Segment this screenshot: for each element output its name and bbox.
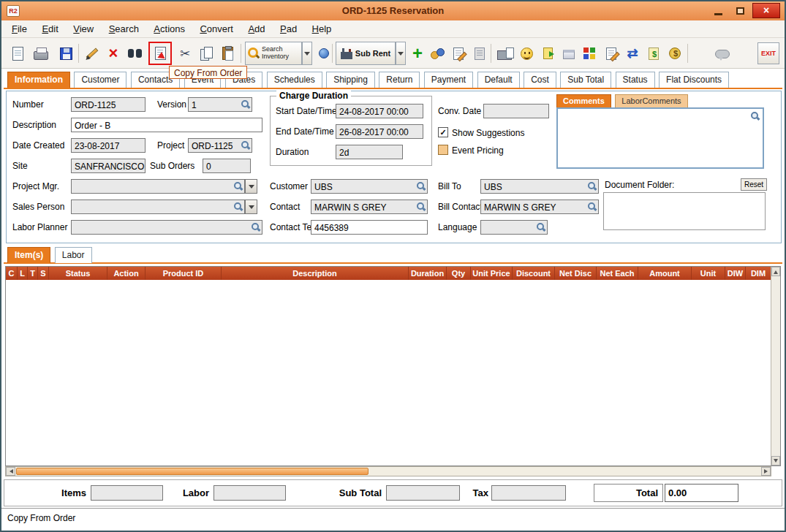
tab-payment[interactable]: Payment bbox=[424, 72, 473, 88]
menu-edit[interactable]: Edit bbox=[36, 20, 64, 34]
bill-contact-field[interactable]: MARWIN S GREY bbox=[480, 200, 599, 214]
show-suggestions-checkbox[interactable]: ✓ bbox=[438, 127, 448, 137]
maximize-button[interactable] bbox=[732, 4, 748, 18]
language-field[interactable] bbox=[480, 220, 548, 235]
tab-return[interactable]: Return bbox=[379, 72, 420, 88]
close-button[interactable]: × bbox=[752, 3, 780, 18]
end-datetime-field[interactable]: 26-08-2017 00:00 bbox=[336, 124, 423, 139]
edit-button[interactable] bbox=[82, 43, 102, 64]
tab-shipping[interactable]: Shipping bbox=[326, 72, 375, 88]
copy-button[interactable] bbox=[196, 43, 216, 64]
add-button[interactable] bbox=[407, 43, 428, 64]
comments-textarea[interactable] bbox=[556, 107, 764, 169]
contact-field[interactable]: MARWIN S GREY bbox=[311, 200, 428, 214]
edit-order-button[interactable] bbox=[601, 43, 621, 64]
items-table-body[interactable] bbox=[6, 280, 771, 466]
tab-default[interactable]: Default bbox=[477, 72, 520, 88]
sales-person-dropdown[interactable] bbox=[245, 200, 257, 214]
sub-total-field[interactable] bbox=[386, 485, 460, 501]
money-button[interactable] bbox=[665, 43, 685, 64]
conv-date-field[interactable] bbox=[483, 104, 549, 118]
menu-help[interactable]: Help bbox=[306, 20, 338, 34]
notes-pad-button[interactable] bbox=[469, 43, 490, 64]
delete-button[interactable] bbox=[103, 43, 124, 64]
horizontal-scrollbar[interactable] bbox=[5, 466, 771, 476]
menu-search[interactable]: Search bbox=[103, 20, 145, 34]
menu-add[interactable]: Add bbox=[242, 20, 271, 34]
contact-tel-field[interactable]: 4456389 bbox=[311, 220, 428, 235]
customer-lookup-icon[interactable] bbox=[416, 181, 426, 191]
tab-information[interactable]: Information bbox=[7, 72, 70, 88]
version-field[interactable]: 1 bbox=[188, 97, 252, 112]
event-pricing-checkbox[interactable] bbox=[438, 145, 448, 155]
find-button[interactable] bbox=[124, 43, 145, 64]
project-field[interactable]: ORD-1125 bbox=[188, 138, 252, 153]
scroll-up-button[interactable] bbox=[771, 267, 780, 276]
labor-total-field[interactable] bbox=[213, 485, 286, 501]
description-field[interactable]: Order - B bbox=[71, 118, 262, 132]
menu-file[interactable]: File bbox=[6, 20, 33, 34]
cubes-button[interactable] bbox=[579, 43, 600, 64]
project-mgr-field[interactable] bbox=[71, 179, 245, 194]
tab-flat-discounts[interactable]: Flat Discounts bbox=[659, 72, 729, 88]
minimize-button[interactable] bbox=[710, 4, 726, 18]
sub-orders-field[interactable]: 0 bbox=[203, 159, 251, 173]
customers-button[interactable] bbox=[427, 43, 447, 64]
scroll-down-button[interactable] bbox=[771, 456, 780, 466]
package-button[interactable] bbox=[559, 43, 579, 64]
comment-button[interactable] bbox=[712, 43, 733, 64]
print-preview-button[interactable] bbox=[494, 43, 515, 64]
exit-button[interactable]: EXIT bbox=[757, 42, 779, 64]
duration-field[interactable]: 2d bbox=[336, 145, 403, 159]
project-lookup-icon[interactable] bbox=[241, 140, 250, 150]
project-mgr-lookup-icon[interactable] bbox=[233, 181, 243, 191]
project-mgr-dropdown[interactable] bbox=[245, 179, 257, 194]
tab-labor-comments[interactable]: LaborComments bbox=[615, 94, 687, 107]
language-lookup-icon[interactable] bbox=[536, 222, 545, 232]
smiley-button[interactable] bbox=[516, 43, 537, 64]
scroll-left-button[interactable] bbox=[6, 467, 15, 476]
bill-to-lookup-icon[interactable] bbox=[587, 181, 597, 191]
contact-lookup-icon[interactable] bbox=[416, 202, 426, 211]
start-datetime-field[interactable]: 24-08-2017 00:00 bbox=[336, 104, 423, 118]
bill-to-field[interactable]: UBS bbox=[480, 179, 599, 194]
print-button[interactable] bbox=[31, 43, 51, 64]
invoice-button[interactable] bbox=[643, 43, 664, 64]
version-lookup-icon[interactable] bbox=[241, 99, 250, 109]
fill-button[interactable] bbox=[314, 43, 334, 64]
export-button[interactable] bbox=[537, 43, 558, 64]
tab-items[interactable]: Item(s) bbox=[7, 247, 50, 263]
tab-schedules[interactable]: Schedules bbox=[267, 72, 322, 88]
comments-lookup-icon[interactable] bbox=[750, 111, 760, 121]
document-folder-box[interactable] bbox=[603, 192, 766, 230]
tab-customer[interactable]: Customer bbox=[74, 72, 126, 88]
save-button[interactable] bbox=[56, 43, 76, 64]
paste-button[interactable] bbox=[217, 43, 238, 64]
scroll-right-button[interactable] bbox=[761, 467, 771, 476]
menu-actions[interactable]: Actions bbox=[148, 20, 191, 34]
exchange-button[interactable] bbox=[622, 43, 643, 64]
sales-person-field[interactable] bbox=[71, 200, 245, 214]
menu-pad[interactable]: Pad bbox=[274, 20, 303, 34]
customer-field[interactable]: UBS bbox=[311, 179, 428, 194]
new-document-button[interactable] bbox=[7, 43, 28, 64]
tax-field[interactable] bbox=[491, 485, 566, 501]
tab-cost[interactable]: Cost bbox=[524, 72, 556, 88]
horizontal-scroll-thumb[interactable] bbox=[16, 468, 369, 475]
search-inventory-dropdown[interactable] bbox=[302, 42, 312, 65]
items-total-field[interactable] bbox=[91, 485, 163, 501]
copy-from-order-button[interactable] bbox=[148, 42, 172, 65]
search-inventory-button[interactable]: Search Inventory bbox=[245, 42, 302, 65]
reset-document-folder-button[interactable]: Reset bbox=[741, 178, 767, 191]
total-field[interactable]: 0.00 bbox=[665, 484, 738, 502]
tab-status[interactable]: Status bbox=[616, 72, 655, 88]
sales-person-lookup-icon[interactable] bbox=[233, 202, 243, 211]
labor-planner-lookup-icon[interactable] bbox=[251, 222, 260, 232]
labor-planner-field[interactable] bbox=[71, 220, 262, 235]
sub-rent-button[interactable]: Sub Rent bbox=[336, 42, 396, 65]
sub-rent-dropdown[interactable] bbox=[396, 42, 406, 65]
tab-sub-total[interactable]: Sub Total bbox=[560, 72, 611, 88]
bill-contact-lookup-icon[interactable] bbox=[587, 202, 597, 211]
tab-comments[interactable]: Comments bbox=[556, 94, 611, 107]
edit-pad-button[interactable] bbox=[448, 43, 469, 64]
